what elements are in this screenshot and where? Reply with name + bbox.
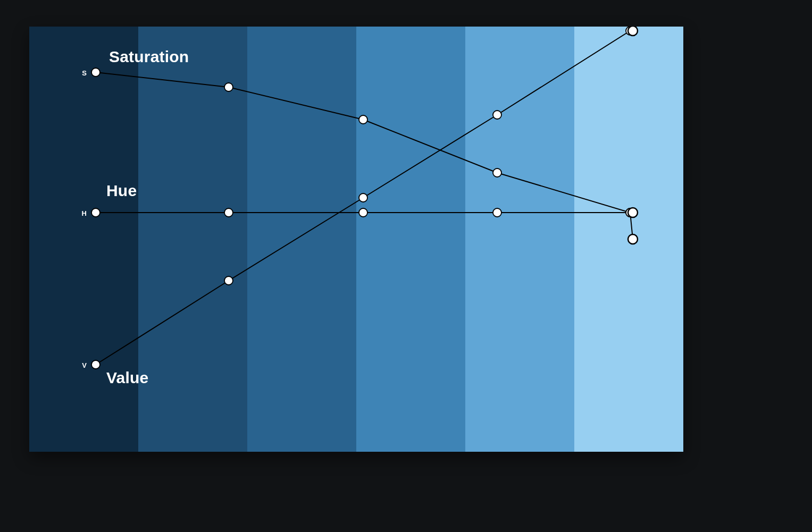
point-saturation-3[interactable] bbox=[493, 168, 501, 177]
label-hue: Hue bbox=[106, 182, 137, 200]
point-value-1[interactable] bbox=[224, 276, 233, 285]
axis-letter-h: H bbox=[76, 209, 87, 217]
point-saturation-1[interactable] bbox=[224, 83, 233, 91]
point-hue-3[interactable] bbox=[493, 208, 501, 217]
axis-letter-s: S bbox=[76, 69, 87, 77]
point-hue-5[interactable] bbox=[628, 208, 638, 217]
point-value-0[interactable] bbox=[91, 360, 100, 369]
point-saturation-0[interactable] bbox=[91, 68, 100, 77]
point-saturation-2[interactable] bbox=[359, 115, 367, 124]
point-hue-0[interactable] bbox=[91, 208, 100, 217]
label-saturation: Saturation bbox=[109, 48, 189, 66]
point-hue-2[interactable] bbox=[359, 208, 367, 217]
chart-overlay bbox=[29, 27, 683, 452]
point-value-5[interactable] bbox=[628, 27, 638, 36]
point-value-3[interactable] bbox=[493, 111, 501, 119]
axis-letter-v: V bbox=[76, 361, 87, 369]
point-saturation-5[interactable] bbox=[628, 234, 638, 244]
chart-stage: Saturation Hue Value S H V bbox=[29, 27, 683, 452]
point-hue-1[interactable] bbox=[224, 208, 233, 217]
point-value-2[interactable] bbox=[359, 193, 367, 202]
label-value: Value bbox=[106, 369, 148, 387]
